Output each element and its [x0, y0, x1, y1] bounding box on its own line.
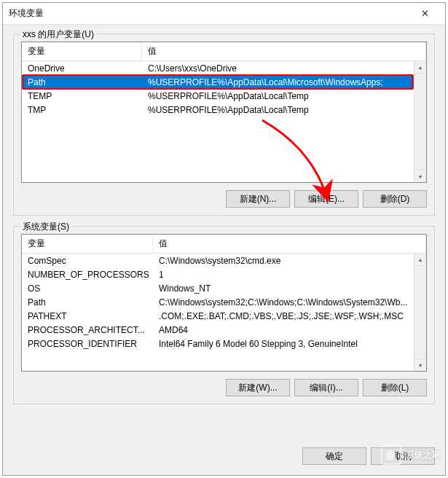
table-row[interactable]: PATHEXT.COM;.EXE;.BAT;.CMD;.VBS;.VBE;.JS…: [22, 309, 414, 323]
col-header-name[interactable]: 变量: [22, 235, 153, 253]
table-row[interactable]: PROCESSOR_IDENTIFIERIntel64 Family 6 Mod…: [22, 337, 414, 350]
scroll-up-icon[interactable]: ▴: [414, 61, 426, 74]
table-row[interactable]: OneDrive C:\Users\xxs\OneDrive: [22, 61, 414, 75]
table-row[interactable]: PROCESSOR_ARCHITECT...AMD64: [22, 323, 414, 337]
user-vars-list[interactable]: 变量 值 OneDrive C:\Users\xxs\OneDrive Path…: [21, 42, 427, 183]
ok-button[interactable]: 确定: [302, 447, 366, 465]
system-vars-label: 系统变量(S): [20, 221, 72, 233]
new-button[interactable]: 新建(W)...: [226, 379, 290, 396]
table-row[interactable]: OSWindows_NT: [22, 281, 414, 295]
table-row-selected[interactable]: Path %USERPROFILE%\AppData\Local\Microso…: [22, 75, 414, 89]
list-body: OneDrive C:\Users\xxs\OneDrive Path %USE…: [22, 61, 426, 182]
table-row[interactable]: TMP %USERPROFILE%\AppData\Local\Temp: [22, 103, 414, 117]
system-vars-list[interactable]: 变量 值 ComSpecC:\Windows\system32\cmd.exe …: [21, 234, 427, 372]
list-body: ComSpecC:\Windows\system32\cmd.exe NUMBE…: [22, 254, 426, 371]
scrollbar[interactable]: ▴ ▾: [414, 254, 426, 371]
close-button[interactable]: ✕: [410, 4, 439, 24]
col-header-value[interactable]: 值: [153, 235, 426, 253]
titlebar: 环境变量 ✕: [3, 3, 445, 25]
user-vars-group: xxs 的用户变量(U) 变量 值 OneDrive C:\Users\xxs\…: [13, 34, 435, 216]
col-header-name[interactable]: 变量: [22, 42, 142, 60]
scroll-down-icon[interactable]: ▾: [414, 170, 426, 182]
table-row[interactable]: NUMBER_OF_PROCESSORS1: [22, 267, 414, 281]
cancel-button[interactable]: 取消: [371, 447, 435, 465]
new-button[interactable]: 新建(N)...: [226, 190, 290, 208]
table-row[interactable]: TEMP %USERPROFILE%\AppData\Local\Temp: [22, 89, 414, 103]
scrollbar[interactable]: ▴ ▾: [414, 61, 426, 182]
scroll-down-icon[interactable]: ▾: [414, 358, 426, 371]
edit-button[interactable]: 编辑(E)...: [294, 190, 358, 208]
user-vars-buttons: 新建(N)... 编辑(E)... 删除(D): [21, 190, 427, 208]
dialog-buttons: 确定 取消: [3, 440, 445, 475]
system-vars-buttons: 新建(W)... 编辑(I)... 删除(L): [21, 379, 427, 396]
window-title: 环境变量: [9, 7, 410, 20]
scroll-up-icon[interactable]: ▴: [414, 254, 426, 266]
content-area: xxs 的用户变量(U) 变量 值 OneDrive C:\Users\xxs\…: [3, 25, 445, 440]
list-header: 变量 值: [22, 42, 426, 61]
env-vars-dialog: 环境变量 ✕ xxs 的用户变量(U) 变量 值 OneDrive C:\Use…: [2, 2, 446, 476]
delete-button[interactable]: 删除(L): [363, 379, 427, 396]
edit-button[interactable]: 编辑(I)...: [294, 379, 358, 396]
user-vars-label: xxs 的用户变量(U): [20, 28, 97, 41]
table-row[interactable]: PathC:\Windows\system32;C:\Windows;C:\Wi…: [22, 295, 414, 309]
list-header: 变量 值: [22, 235, 426, 254]
system-vars-group: 系统变量(S) 变量 值 ComSpecC:\Windows\system32\…: [13, 226, 435, 404]
close-icon: ✕: [421, 8, 429, 19]
delete-button[interactable]: 删除(D): [363, 190, 427, 208]
col-header-value[interactable]: 值: [142, 42, 426, 60]
table-row[interactable]: ComSpecC:\Windows\system32\cmd.exe: [22, 254, 414, 267]
